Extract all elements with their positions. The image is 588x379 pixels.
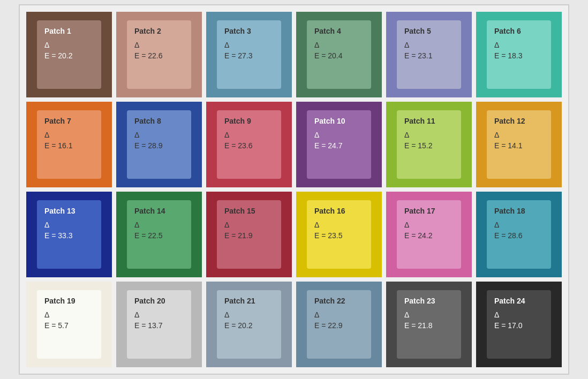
patch-delta-12: Δ (494, 131, 544, 139)
patch-label-7: Patch 7 (44, 117, 94, 125)
patch-inner-8: Patch 8ΔE = 28.9 (127, 110, 191, 179)
patch-delta-19: Δ (44, 310, 94, 319)
patch-e-16: E = 23.5 (314, 231, 364, 240)
patch-delta-2: Δ (134, 41, 184, 49)
patch-cell-5: Patch 5ΔE = 23.1 (386, 12, 472, 97)
patch-cell-8: Patch 8ΔE = 28.9 (116, 102, 202, 187)
patch-e-14: E = 22.5 (134, 231, 184, 240)
patch-cell-19: Patch 19ΔE = 5.7 (26, 282, 112, 367)
patch-cell-17: Patch 17ΔE = 24.2 (386, 192, 472, 277)
patch-e-10: E = 24.7 (314, 141, 364, 150)
patch-e-3: E = 27.3 (224, 51, 274, 60)
patch-cell-2: Patch 2ΔE = 22.6 (116, 12, 202, 97)
patch-inner-9: Patch 9ΔE = 23.6 (217, 110, 281, 179)
patch-delta-24: Δ (494, 310, 544, 319)
patch-e-1: E = 20.2 (44, 51, 94, 60)
patch-label-14: Patch 14 (134, 207, 184, 215)
patch-delta-15: Δ (224, 221, 274, 229)
patch-label-19: Patch 19 (44, 297, 94, 305)
patch-cell-24: Patch 24ΔE = 17.0 (476, 282, 562, 367)
patch-delta-1: Δ (44, 41, 94, 49)
patch-inner-24: Patch 24ΔE = 17.0 (487, 290, 551, 359)
patch-inner-22: Patch 22ΔE = 22.9 (307, 290, 371, 359)
patch-cell-18: Patch 18ΔE = 28.6 (476, 192, 562, 277)
patch-delta-14: Δ (134, 221, 184, 229)
patch-inner-2: Patch 2ΔE = 22.6 (127, 20, 191, 89)
patch-delta-22: Δ (314, 310, 364, 319)
patch-label-11: Patch 11 (404, 117, 454, 125)
patch-e-8: E = 28.9 (134, 141, 184, 150)
patch-e-6: E = 18.3 (494, 51, 544, 60)
patch-label-24: Patch 24 (494, 297, 544, 305)
patch-grid: Patch 1ΔE = 20.2Patch 2ΔE = 22.6Patch 3Δ… (19, 4, 569, 375)
patch-inner-12: Patch 12ΔE = 14.1 (487, 110, 551, 179)
patch-inner-13: Patch 13ΔE = 33.3 (37, 200, 101, 269)
patch-label-5: Patch 5 (404, 27, 454, 35)
patch-delta-10: Δ (314, 131, 364, 139)
patch-e-7: E = 16.1 (44, 141, 94, 150)
patch-delta-11: Δ (404, 131, 454, 139)
patch-e-13: E = 33.3 (44, 231, 94, 240)
patch-label-22: Patch 22 (314, 297, 364, 305)
patch-delta-6: Δ (494, 41, 544, 49)
patch-delta-21: Δ (224, 310, 274, 319)
patch-label-8: Patch 8 (134, 117, 184, 125)
patch-label-4: Patch 4 (314, 27, 364, 35)
patch-label-20: Patch 20 (134, 297, 184, 305)
patch-label-2: Patch 2 (134, 27, 184, 35)
patch-label-6: Patch 6 (494, 27, 544, 35)
patch-label-13: Patch 13 (44, 207, 94, 215)
patch-delta-20: Δ (134, 310, 184, 319)
patch-e-24: E = 17.0 (494, 321, 544, 330)
patch-e-12: E = 14.1 (494, 141, 544, 150)
patch-cell-16: Patch 16ΔE = 23.5 (296, 192, 382, 277)
patch-delta-7: Δ (44, 131, 94, 139)
patch-e-22: E = 22.9 (314, 321, 364, 330)
patch-cell-13: Patch 13ΔE = 33.3 (26, 192, 112, 277)
patch-label-18: Patch 18 (494, 207, 544, 215)
patch-inner-6: Patch 6ΔE = 18.3 (487, 20, 551, 89)
patch-inner-11: Patch 11ΔE = 15.2 (397, 110, 461, 179)
patch-cell-1: Patch 1ΔE = 20.2 (26, 12, 112, 97)
patch-e-15: E = 21.9 (224, 231, 274, 240)
patch-label-10: Patch 10 (314, 117, 364, 125)
patch-label-16: Patch 16 (314, 207, 364, 215)
patch-cell-12: Patch 12ΔE = 14.1 (476, 102, 562, 187)
patch-cell-22: Patch 22ΔE = 22.9 (296, 282, 382, 367)
patch-inner-19: Patch 19ΔE = 5.7 (37, 290, 101, 359)
patch-delta-5: Δ (404, 41, 454, 49)
patch-cell-21: Patch 21ΔE = 20.2 (206, 282, 292, 367)
patch-e-9: E = 23.6 (224, 141, 274, 150)
patch-e-18: E = 28.6 (494, 231, 544, 240)
patch-cell-20: Patch 20ΔE = 13.7 (116, 282, 202, 367)
patch-cell-14: Patch 14ΔE = 22.5 (116, 192, 202, 277)
patch-label-21: Patch 21 (224, 297, 274, 305)
patch-cell-9: Patch 9ΔE = 23.6 (206, 102, 292, 187)
patch-cell-11: Patch 11ΔE = 15.2 (386, 102, 472, 187)
patch-inner-1: Patch 1ΔE = 20.2 (37, 20, 101, 89)
patch-e-21: E = 20.2 (224, 321, 274, 330)
patch-delta-23: Δ (404, 310, 454, 319)
patch-inner-23: Patch 23ΔE = 21.8 (397, 290, 461, 359)
patch-inner-20: Patch 20ΔE = 13.7 (127, 290, 191, 359)
patch-e-19: E = 5.7 (44, 321, 94, 330)
patch-delta-17: Δ (404, 221, 454, 229)
patch-delta-3: Δ (224, 41, 274, 49)
patch-inner-16: Patch 16ΔE = 23.5 (307, 200, 371, 269)
patch-e-17: E = 24.2 (404, 231, 454, 240)
patch-label-1: Patch 1 (44, 27, 94, 35)
patch-label-12: Patch 12 (494, 117, 544, 125)
patch-label-15: Patch 15 (224, 207, 274, 215)
patch-delta-8: Δ (134, 131, 184, 139)
patch-inner-3: Patch 3ΔE = 27.3 (217, 20, 281, 89)
patch-delta-4: Δ (314, 41, 364, 49)
patch-inner-5: Patch 5ΔE = 23.1 (397, 20, 461, 89)
patch-cell-4: Patch 4ΔE = 20.4 (296, 12, 382, 97)
patch-inner-4: Patch 4ΔE = 20.4 (307, 20, 371, 89)
patch-delta-16: Δ (314, 221, 364, 229)
patch-label-9: Patch 9 (224, 117, 274, 125)
patch-inner-14: Patch 14ΔE = 22.5 (127, 200, 191, 269)
patch-delta-18: Δ (494, 221, 544, 229)
patch-delta-13: Δ (44, 221, 94, 229)
patch-e-20: E = 13.7 (134, 321, 184, 330)
